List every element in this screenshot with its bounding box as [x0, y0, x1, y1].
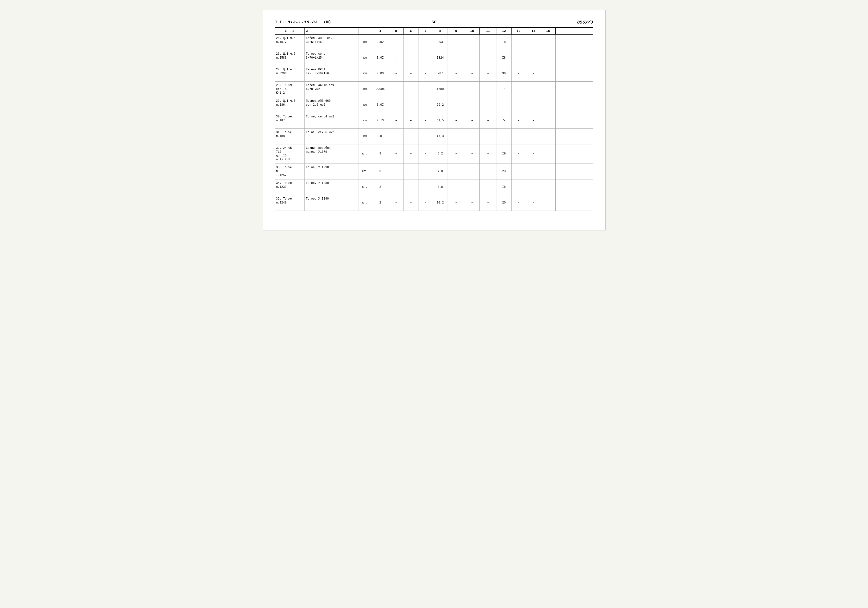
cell-9-1: То же, У I080: [305, 179, 358, 195]
cell-1-1: То же, сеч. 3х70+1х25: [305, 50, 358, 66]
cell-6-14: [541, 129, 556, 144]
cell-5-9: –: [465, 113, 480, 129]
cell-4-12: –: [512, 97, 526, 113]
cell-3-11: 7: [497, 82, 512, 97]
table-row: 29. Ц.I ч.5 п.I86Провод АПВ–660 сеч.2,5 …: [275, 97, 593, 113]
col-header-9: 9: [448, 28, 465, 34]
cell-4-11: –: [497, 97, 512, 113]
col-header-10: IO: [465, 28, 480, 34]
cell-6-8: –: [448, 129, 465, 144]
cell-1-10: –: [480, 50, 497, 66]
cell-4-1: Провод АПВ–660 сеч.2,5 мм2: [305, 97, 358, 113]
cell-2-5: –: [404, 66, 418, 81]
col-header-3: 3: [305, 28, 358, 34]
cell-6-5: –: [404, 129, 418, 144]
table-row: 32. 24–05 712 доп.IO п.I-I238Секция коро…: [275, 145, 593, 164]
cell-7-2: шт.: [358, 145, 372, 163]
cell-9-9: –: [465, 179, 480, 195]
col-header-11: II: [480, 28, 497, 34]
title-left: Т.П. 813-1-19.83 (Ш): [275, 20, 331, 25]
cell-1-11: I8: [497, 50, 512, 66]
col-header-1: I 2: [275, 28, 305, 34]
page: Т.П. 813-1-19.83 (Ш) 50 856У/3 I 2 3 4 5…: [263, 10, 606, 230]
cell-4-2: км: [358, 97, 372, 113]
cell-9-10: –: [480, 179, 497, 195]
cell-2-14: [541, 66, 556, 81]
cell-1-9: –: [465, 50, 480, 66]
cell-7-9: –: [465, 145, 480, 163]
cell-1-8: –: [448, 50, 465, 66]
cell-6-12: –: [512, 129, 526, 144]
col-header-15: I5: [541, 28, 556, 34]
col-header-8: 8: [433, 28, 448, 34]
cell-3-9: –: [465, 82, 480, 97]
cell-0-8: –: [448, 34, 465, 50]
cell-1-6: –: [418, 50, 433, 66]
cell-0-15: [556, 34, 570, 50]
cell-1-5: –: [404, 50, 418, 66]
cell-6-3: 0,0I: [372, 129, 389, 144]
cell-7-3: 3: [372, 145, 389, 163]
cell-6-11: I: [497, 129, 512, 144]
table-row: 26. Ц.I ч.5 п.I580То же, сеч. 3х70+1х25к…: [275, 50, 593, 66]
cell-8-7: 7,8: [433, 164, 448, 179]
cell-1-14: [541, 50, 556, 66]
cell-2-11: 30: [497, 66, 512, 81]
cell-9-6: –: [418, 179, 433, 195]
cell-9-4: –: [389, 179, 404, 195]
cell-5-15: [556, 113, 570, 129]
cell-4-6: –: [418, 97, 433, 113]
cell-8-2: шт.: [358, 164, 372, 179]
cell-2-13: –: [526, 66, 541, 81]
cell-1-4: –: [389, 50, 404, 66]
cell-0-7: 893: [433, 34, 448, 50]
cell-5-12: –: [512, 113, 526, 129]
cell-10-10: –: [480, 195, 497, 211]
cell-10-3: 2: [372, 195, 389, 211]
col-header-7: 7: [418, 28, 433, 34]
cell-2-15: [556, 66, 570, 81]
cell-1-12: –: [512, 50, 526, 66]
cell-4-15: [556, 97, 570, 113]
cell-0-5: –: [404, 34, 418, 50]
cell-0-3: 0,02: [372, 34, 389, 50]
cell-4-3: 0,0I: [372, 97, 389, 113]
table-row: 30. То же п.I87То же, сеч.4 мм2км0,I3–––…: [275, 113, 593, 129]
col-header-5: 5: [389, 28, 404, 34]
cell-7-8: –: [448, 145, 465, 163]
title-prefix: Т.П.: [275, 20, 285, 25]
cell-2-12: –: [512, 66, 526, 81]
cell-8-10: –: [480, 164, 497, 179]
cell-9-8: –: [448, 179, 465, 195]
title-suffix: (Ш): [324, 20, 331, 25]
cell-8-1: То же, У I098: [305, 164, 358, 179]
cell-7-4: –: [389, 145, 404, 163]
cell-3-8: –: [448, 82, 465, 97]
cell-10-7: I0,2: [433, 195, 448, 211]
cell-3-5: –: [404, 82, 418, 97]
top-bar: Т.П. 813-1-19.83 (Ш) 50 856У/3: [275, 20, 593, 25]
cell-6-15: [556, 129, 570, 144]
cell-10-1: То же, У I090: [305, 195, 358, 211]
cell-3-6: –: [418, 82, 433, 97]
cell-8-9: –: [465, 164, 480, 179]
cell-5-11: 5: [497, 113, 512, 129]
cell-6-13: –: [526, 129, 541, 144]
cell-9-2: шт.: [358, 179, 372, 195]
cell-2-6: –: [418, 66, 433, 81]
cell-3-13: –: [526, 82, 541, 97]
cell-5-13: –: [526, 113, 541, 129]
cell-7-15: [556, 145, 570, 163]
cell-4-9: –: [465, 97, 480, 113]
cell-1-3: 0,0I: [372, 50, 389, 66]
cell-6-7: 47,3: [433, 129, 448, 144]
cell-7-13: –: [526, 145, 541, 163]
cell-4-4: –: [389, 97, 404, 113]
cell-7-7: 6,2: [433, 145, 448, 163]
cell-7-1: Секция коробов прямая У1079: [305, 145, 358, 163]
cell-10-13: –: [526, 195, 541, 211]
cell-0-11: I8: [497, 34, 512, 50]
title-doc: 813-1-19.83: [288, 20, 318, 25]
cell-5-2: км: [358, 113, 372, 129]
col-header-unit: [358, 28, 372, 34]
